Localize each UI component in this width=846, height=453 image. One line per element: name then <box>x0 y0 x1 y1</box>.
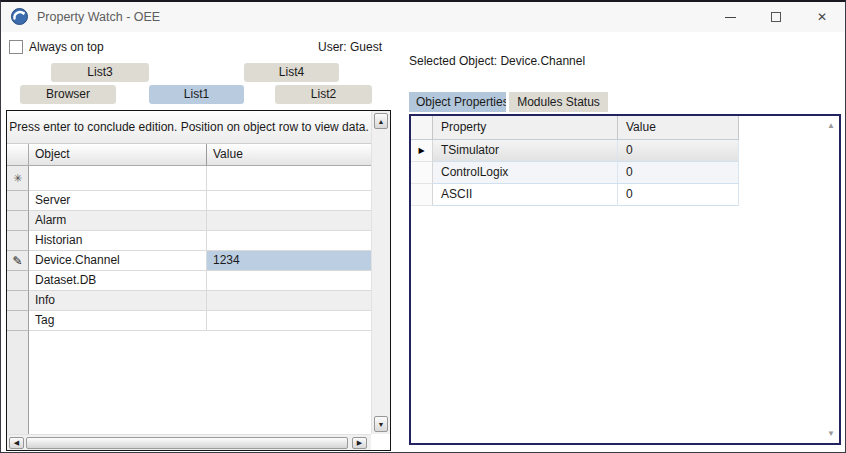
value-cell[interactable] <box>207 191 371 211</box>
minimize-icon <box>725 17 736 18</box>
object-cell[interactable] <box>29 166 207 191</box>
value-cell[interactable] <box>207 211 371 231</box>
value-column-header[interactable]: Value <box>207 144 371 166</box>
scroll-left-icon: ◀ <box>14 439 19 447</box>
object-cell[interactable]: Device.Channel <box>29 251 207 271</box>
object-cell[interactable]: Server <box>29 191 207 211</box>
properties-scrollbar[interactable]: ▲ ▼ <box>824 117 838 442</box>
close-button[interactable]: ✕ <box>799 2 845 32</box>
property-column-header[interactable]: Property <box>433 116 618 140</box>
list4-button[interactable]: List4 <box>244 63 339 82</box>
window-title: Property Watch - OEE <box>37 10 160 24</box>
row-header[interactable] <box>7 311 29 331</box>
watch-grid-panel: Press enter to conclude edition. Positio… <box>6 110 391 451</box>
scroll-down-icon[interactable]: ▼ <box>824 429 838 438</box>
list1-button[interactable]: List1 <box>149 85 244 104</box>
table-row-tsimulator[interactable]: ▶ TSimulator 0 <box>411 140 839 162</box>
value-cell[interactable] <box>207 231 371 251</box>
value-column-header[interactable]: Value <box>618 116 739 140</box>
row-header[interactable] <box>7 291 29 311</box>
property-cell[interactable]: TSimulator <box>433 140 618 162</box>
value-cell[interactable]: 0 <box>618 184 739 206</box>
minimize-button[interactable] <box>707 2 753 32</box>
app-logo-icon <box>11 8 28 25</box>
vertical-scrollbar[interactable]: ▲ ▼ <box>371 111 390 434</box>
object-cell[interactable]: Historian <box>29 231 207 251</box>
scroll-right-button[interactable]: ▶ <box>352 437 367 449</box>
value-cell[interactable] <box>207 311 371 331</box>
title-bar: Property Watch - OEE ✕ <box>1 2 845 32</box>
properties-grid-headers: Property Value <box>411 116 839 140</box>
scroll-up-icon[interactable]: ▲ <box>824 121 838 130</box>
table-row-historian[interactable]: Historian <box>7 231 371 251</box>
row-header[interactable] <box>411 184 433 206</box>
property-cell[interactable]: ControlLogix <box>433 162 618 184</box>
properties-grid: Property Value ▶ TSimulator 0 ControlLog… <box>409 114 841 445</box>
table-row-dataset-db[interactable]: Dataset.DB <box>7 271 371 291</box>
always-on-top-checkbox[interactable] <box>9 40 23 54</box>
row-header[interactable] <box>7 211 29 231</box>
scroll-up-button[interactable]: ▲ <box>374 113 388 129</box>
maximize-button[interactable] <box>753 2 799 32</box>
grid-column-headers: Object Value <box>7 144 371 166</box>
table-row-device-channel[interactable]: ✎ Device.Channel 1234 <box>7 251 371 271</box>
object-cell[interactable]: Info <box>29 291 207 311</box>
current-row-arrow-icon: ▶ <box>418 146 424 155</box>
value-cell[interactable] <box>207 166 371 191</box>
horizontal-scroll-thumb[interactable] <box>26 437 348 449</box>
selected-object-label: Selected Object: Device.Channel <box>409 54 585 68</box>
new-row-icon: ✳ <box>13 172 22 185</box>
table-row-server[interactable]: Server <box>7 191 371 211</box>
row-header[interactable] <box>411 162 433 184</box>
table-row-controllogix[interactable]: ControlLogix 0 <box>411 162 839 184</box>
table-row-tag[interactable]: Tag <box>7 311 371 331</box>
edit-pencil-icon: ✎ <box>12 254 22 268</box>
list3-button[interactable]: List3 <box>51 63 149 82</box>
window-controls: ✕ <box>707 2 845 32</box>
scroll-left-button[interactable]: ◀ <box>9 437 24 449</box>
scroll-down-icon: ▼ <box>378 421 385 428</box>
value-cell[interactable] <box>207 271 371 291</box>
grid-corner-header <box>411 116 433 140</box>
value-cell[interactable]: 0 <box>618 140 739 162</box>
app-window: Property Watch - OEE ✕ Always on top Use… <box>0 0 846 453</box>
editing-row-header: ✎ <box>7 251 29 271</box>
row-header[interactable] <box>7 191 29 211</box>
user-label: User: Guest <box>318 40 382 54</box>
scroll-down-button[interactable]: ▼ <box>374 416 388 432</box>
row-header[interactable] <box>7 271 29 291</box>
property-cell[interactable]: ASCII <box>433 184 618 206</box>
grid-instruction: Press enter to conclude edition. Positio… <box>7 111 371 144</box>
list2-button[interactable]: List2 <box>275 85 372 104</box>
row-header[interactable] <box>7 231 29 251</box>
value-cell-editing[interactable]: 1234 <box>207 251 371 271</box>
tab-object-properties[interactable]: Object Properties <box>409 92 506 112</box>
new-row-header: ✳ <box>7 166 29 191</box>
object-cell[interactable]: Alarm <box>29 211 207 231</box>
maximize-icon <box>771 12 781 22</box>
current-row-header: ▶ <box>411 140 433 162</box>
table-row-alarm[interactable]: Alarm <box>7 211 371 231</box>
value-cell[interactable]: 0 <box>618 162 739 184</box>
table-row-new[interactable]: ✳ <box>7 166 371 191</box>
grid-corner-header <box>7 144 29 166</box>
browser-button[interactable]: Browser <box>20 85 116 104</box>
scroll-right-icon: ▶ <box>357 439 362 447</box>
value-cell[interactable] <box>207 291 371 311</box>
table-row-info[interactable]: Info <box>7 291 371 311</box>
close-icon: ✕ <box>817 10 827 24</box>
always-on-top-label: Always on top <box>29 40 104 54</box>
horizontal-scrollbar[interactable]: ◀ ▶ <box>7 434 371 450</box>
table-row-ascii[interactable]: ASCII 0 <box>411 184 839 206</box>
object-cell[interactable]: Tag <box>29 311 207 331</box>
object-cell[interactable]: Dataset.DB <box>29 271 207 291</box>
object-column-header[interactable]: Object <box>29 144 207 166</box>
scroll-up-icon: ▲ <box>378 118 385 125</box>
tab-modules-status[interactable]: Modules Status <box>509 92 608 112</box>
grid-rows: ✳ Server Alarm Historian ✎ Devic <box>7 166 371 434</box>
